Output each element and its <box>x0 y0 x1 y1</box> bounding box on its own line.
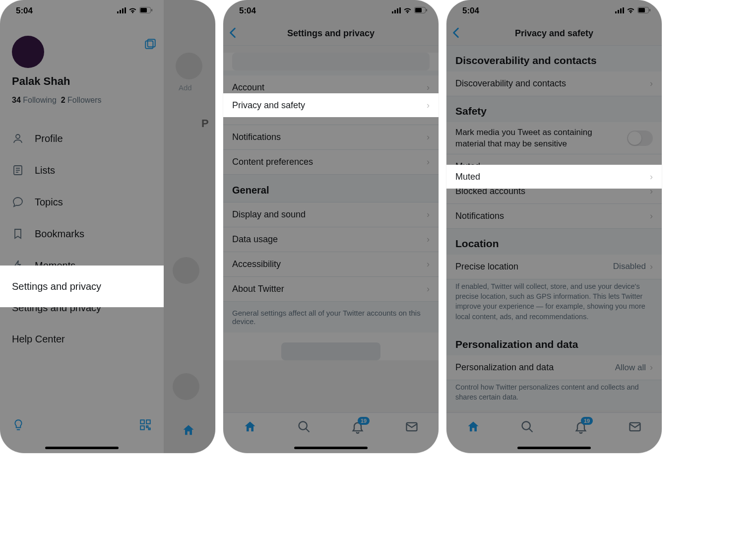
tab-home[interactable] <box>466 420 480 436</box>
chevron-right-icon: › <box>427 284 430 294</box>
highlight-privacy-safety[interactable]: Privacy and safety › <box>223 93 439 117</box>
accounts-icon[interactable] <box>144 38 157 53</box>
back-button[interactable] <box>452 27 459 40</box>
svg-rect-31 <box>620 8 622 13</box>
home-indicator <box>517 447 591 449</box>
row-about-twitter[interactable]: About Twitter› <box>223 277 439 302</box>
tab-messages[interactable] <box>628 420 642 436</box>
chevron-right-icon: › <box>427 259 430 269</box>
row-notifications[interactable]: Notifications› <box>446 204 662 229</box>
row-discoverability[interactable]: Discoverability and contacts› <box>446 71 662 96</box>
svg-rect-35 <box>649 9 650 11</box>
page-title: Privacy and safety <box>515 28 593 39</box>
tab-bar: 19 <box>223 412 439 453</box>
svg-line-37 <box>529 429 532 432</box>
chevron-right-icon: › <box>650 211 653 221</box>
home-icon[interactable] <box>182 423 195 439</box>
svg-rect-20 <box>394 10 396 13</box>
background-feed: Add P <box>163 0 215 453</box>
tab-notifications[interactable]: 19 <box>574 420 588 436</box>
tab-notifications[interactable]: 19 <box>351 420 365 436</box>
sensitive-toggle[interactable] <box>627 131 653 146</box>
tab-search[interactable] <box>297 420 311 436</box>
svg-rect-24 <box>415 8 422 12</box>
chevron-right-icon: › <box>650 78 653 89</box>
svg-rect-5 <box>140 8 147 12</box>
topics-icon <box>12 196 24 208</box>
row-accessibility[interactable]: Accessibility› <box>223 252 439 277</box>
menu-bookmarks[interactable]: Bookmarks <box>12 218 152 250</box>
row-precise-location[interactable]: Precise location Disabled› <box>446 255 662 279</box>
bulb-icon[interactable] <box>12 418 25 433</box>
row-sensitive-media[interactable]: Mark media you Tweet as containing mater… <box>446 122 662 154</box>
chevron-right-icon: › <box>650 362 653 373</box>
row-display-sound[interactable]: Display and sound› <box>223 202 439 227</box>
signal-icon <box>392 6 401 16</box>
svg-rect-30 <box>618 10 619 13</box>
qr-icon[interactable] <box>139 418 152 433</box>
tab-home[interactable] <box>243 420 257 436</box>
follow-stats[interactable]: 34 Following 2 Followers <box>12 96 152 105</box>
signal-icon <box>117 6 126 16</box>
phone-screen-1: Add P 5:04 Palak Shah 34 <box>0 0 215 453</box>
username-blur <box>232 53 430 70</box>
svg-rect-3 <box>125 7 126 13</box>
chevron-right-icon: › <box>427 209 430 220</box>
svg-rect-1 <box>120 10 121 13</box>
status-time: 5:04 <box>16 6 33 16</box>
battery-icon <box>637 6 651 16</box>
svg-rect-13 <box>146 420 150 424</box>
redacted-region <box>281 342 380 360</box>
highlight-settings-privacy[interactable]: Settings and privacy <box>0 266 164 307</box>
home-indicator <box>294 447 368 449</box>
username[interactable]: Palak Shah <box>12 75 152 88</box>
status-time: 5:04 <box>462 6 479 16</box>
section-general: General <box>223 175 439 202</box>
menu-profile[interactable]: Profile <box>12 123 152 154</box>
section-location: Location <box>446 229 662 255</box>
status-bar: 5:04 <box>0 0 164 22</box>
svg-rect-22 <box>399 7 401 13</box>
lists-icon <box>12 164 24 176</box>
chevron-right-icon: › <box>427 100 430 111</box>
chevron-right-icon: › <box>427 157 430 167</box>
wifi-icon <box>128 6 137 16</box>
nav-header: Settings and privacy <box>223 22 439 46</box>
bookmark-icon <box>12 228 24 240</box>
row-personalization[interactable]: Personalization and data Allow all› <box>446 355 662 380</box>
row-notifications[interactable]: Notifications› <box>223 125 439 150</box>
home-indicator <box>45 447 119 449</box>
svg-rect-12 <box>140 420 144 424</box>
svg-point-36 <box>522 422 530 430</box>
notif-badge: 19 <box>358 417 370 425</box>
svg-rect-14 <box>140 426 144 430</box>
tab-messages[interactable] <box>405 420 419 436</box>
svg-rect-19 <box>392 11 393 13</box>
svg-rect-34 <box>638 8 645 12</box>
battery-icon <box>414 6 428 16</box>
section-personalization: Personalization and data <box>446 330 662 355</box>
menu-lists[interactable]: Lists <box>12 154 152 186</box>
page-title: Settings and privacy <box>287 28 375 39</box>
chevron-right-icon: › <box>650 172 653 182</box>
row-content-preferences[interactable]: Content preferences› <box>223 150 439 175</box>
status-indicators <box>615 6 651 16</box>
menu-topics[interactable]: Topics <box>12 186 152 218</box>
status-indicators <box>117 6 153 16</box>
phone-screen-3: 5:04 Privacy and safety Discoverability … <box>446 0 662 453</box>
menu-help-center[interactable]: Help Center <box>0 324 164 355</box>
row-data-usage[interactable]: Data usage› <box>223 227 439 252</box>
add-label: Add <box>179 83 192 92</box>
tab-search[interactable] <box>520 420 534 436</box>
svg-rect-2 <box>122 8 124 13</box>
avatar[interactable] <box>12 36 44 68</box>
wifi-icon <box>403 6 412 16</box>
svg-point-26 <box>299 422 307 430</box>
svg-rect-25 <box>426 9 427 11</box>
status-indicators <box>392 6 428 16</box>
notif-badge: 19 <box>581 417 593 425</box>
back-button[interactable] <box>229 27 236 40</box>
svg-rect-16 <box>149 428 150 430</box>
section-discoverability: Discoverability and contacts <box>446 46 662 71</box>
highlight-muted[interactable]: Muted › <box>446 165 662 189</box>
